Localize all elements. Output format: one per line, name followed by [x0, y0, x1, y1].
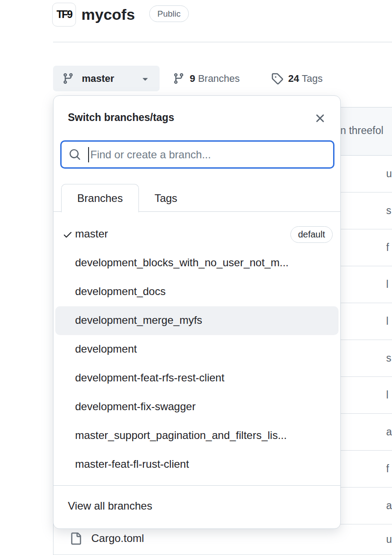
visibility-badge: Public — [149, 5, 189, 22]
branch-list-item[interactable]: development_blocks_with_no_user_not_m... — [53, 249, 340, 278]
row-text-fragment: f — [386, 463, 389, 475]
branch-list-item[interactable]: development-feat-rfs-rest-client — [53, 364, 340, 393]
branches-count-link[interactable]: 9 Branches — [173, 66, 240, 91]
header-divider — [53, 42, 392, 42]
branch-name: development_blocks_with_no_user_not_m... — [75, 256, 289, 269]
repo-name[interactable]: mycofs — [81, 4, 135, 25]
tags-label: Tags — [302, 73, 322, 84]
view-all-branches-link[interactable]: View all branches — [68, 500, 152, 512]
commit-message-fragment: n threefol — [340, 125, 383, 137]
branches-count: 9 — [190, 73, 195, 84]
row-text-fragment: a — [386, 426, 392, 438]
row-text-fragment: u — [386, 168, 392, 180]
row-text-fragment: s — [386, 352, 392, 364]
row-text-fragment: s — [386, 205, 392, 217]
branch-list-item[interactable]: development — [53, 335, 340, 364]
branch-name: development — [75, 343, 137, 355]
branch-name: master_support_pagination_and_filters_li… — [75, 429, 287, 442]
tab-tags[interactable]: Tags — [143, 184, 188, 212]
current-branch-label: master — [82, 73, 114, 85]
chevron-down-icon — [140, 73, 151, 84]
branch-list-item[interactable]: development-fix-swagger — [53, 393, 340, 421]
branch-selector-button[interactable]: master — [53, 66, 160, 91]
row-text-fragment: l — [386, 389, 388, 401]
check-icon — [62, 229, 73, 240]
dropdown-footer: View all branches — [53, 485, 340, 528]
tags-count-link[interactable]: 24 Tags — [271, 66, 323, 91]
x-icon — [313, 112, 327, 125]
file-row-cargo-toml[interactable]: Cargo.toml u — [53, 524, 392, 555]
branch-name: development-fix-swagger — [75, 400, 196, 413]
close-button[interactable] — [312, 110, 329, 127]
search-field — [60, 140, 334, 169]
branch-list-item-highlighted[interactable]: development_merge_myfs — [53, 306, 340, 335]
tags-count: 24 — [288, 73, 299, 84]
branch-dropdown-panel: Switch branches/tags Branches Tags maste… — [53, 95, 341, 529]
branch-name: development-feat-rfs-rest-client — [75, 371, 224, 384]
repo-avatar[interactable]: TF9 — [52, 3, 76, 27]
row-text-fragment: l — [386, 278, 388, 291]
search-icon — [69, 148, 81, 161]
branch-list-item[interactable]: master_support_pagination_and_filters_li… — [53, 421, 340, 450]
branch-list: master default development_blocks_with_n… — [53, 220, 340, 479]
branch-list-item[interactable]: master-feat-fl-rust-client — [53, 450, 340, 479]
branch-name: master — [75, 228, 108, 240]
dropdown-title: Switch branches/tags — [68, 112, 174, 124]
row-text-fragment: f — [386, 242, 389, 254]
git-branch-icon — [62, 72, 74, 85]
tag-icon — [271, 72, 283, 85]
file-icon — [70, 533, 82, 545]
branch-list-item-master[interactable]: master default — [53, 220, 340, 249]
tab-bar: Branches Tags — [53, 184, 340, 212]
default-badge: default — [290, 226, 333, 243]
branch-name: development_merge_myfs — [75, 314, 202, 327]
branch-name: development_docs — [75, 285, 165, 298]
row-text-fragment: l — [386, 315, 388, 327]
branches-label: Branches — [198, 73, 240, 84]
branch-list-item[interactable]: development_docs — [53, 278, 340, 306]
row-text-fragment: u — [386, 533, 392, 546]
branch-name: master-feat-fl-rust-client — [75, 458, 189, 470]
branch-search-input[interactable] — [89, 148, 326, 161]
row-text-fragment: a — [386, 500, 392, 512]
file-name[interactable]: Cargo.toml — [91, 532, 144, 545]
tab-branches[interactable]: Branches — [61, 184, 139, 212]
git-branch-icon — [173, 72, 185, 85]
